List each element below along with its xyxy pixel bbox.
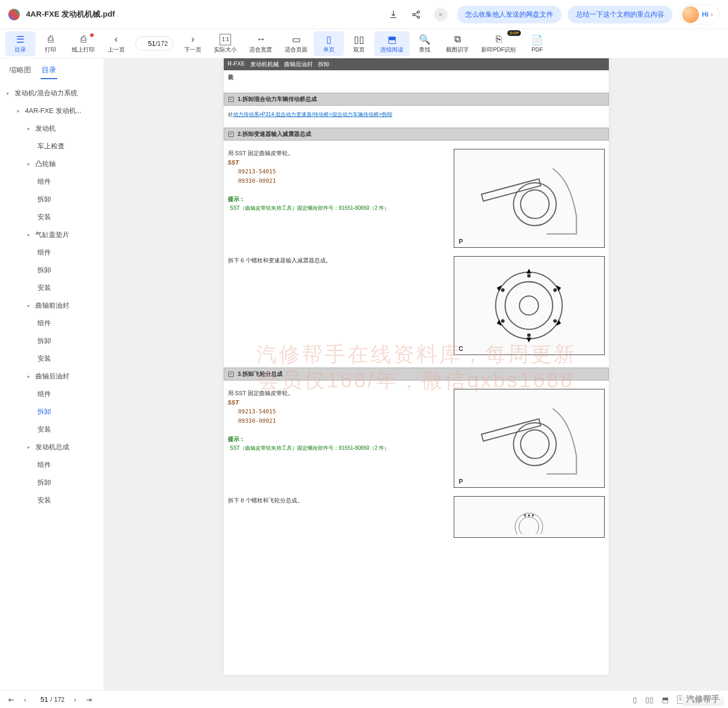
toc-item[interactable]: 组件 xyxy=(0,314,104,332)
svg-point-3 xyxy=(514,183,556,225)
figure-c: C xyxy=(454,256,605,355)
next-page-footer-button[interactable]: › xyxy=(74,696,76,704)
toc-item[interactable]: ▾发动机总成 xyxy=(0,438,104,456)
toc-icon: ☰ xyxy=(16,34,24,45)
suggestion-pill-2[interactable]: 总结一下这个文档的重点内容 xyxy=(568,6,672,23)
net-print-icon: ⎙ xyxy=(81,34,86,45)
toc-item-label: 拆卸 xyxy=(37,266,51,275)
toc-item[interactable]: 车上检查 xyxy=(0,137,104,155)
toc-item[interactable]: 安装 xyxy=(0,491,104,509)
toc-item[interactable]: 组件 xyxy=(0,173,104,191)
section-3b: 拆下 8 个螺栓和飞轮分总成。 xyxy=(224,492,609,542)
last-page-button[interactable]: ⇥ xyxy=(86,696,92,704)
toc-item[interactable]: ▾气缸盖垫片 xyxy=(0,226,104,244)
toc-item[interactable]: 安装 xyxy=(0,421,104,438)
double-page-button[interactable]: ▯▯双页 xyxy=(344,31,374,56)
chevron-right-icon: › xyxy=(711,10,713,18)
search-icon: 🔍 xyxy=(419,34,430,45)
caret-down-icon: ▾ xyxy=(27,232,32,237)
toc-item-label: 4AR-FXE 发动机... xyxy=(25,106,81,116)
view-continuous-icon[interactable]: ⬒ xyxy=(662,696,669,704)
share-icon xyxy=(411,9,422,20)
footer-page-field[interactable] xyxy=(36,696,48,703)
toc-item-label: 安装 xyxy=(37,354,51,363)
footer-logo: 汽修帮手 xyxy=(682,693,724,706)
toc-item-label: 气缸盖垫片 xyxy=(35,230,69,239)
continuous-button[interactable]: ⬒连续阅读 xyxy=(374,31,410,56)
toc-item[interactable]: ▾发动机/混合动力系统 xyxy=(0,84,104,102)
toc-item[interactable]: 安装 xyxy=(0,279,104,297)
prev-page-button[interactable]: ‹上一页 xyxy=(101,31,131,56)
print-button[interactable]: ⎙打印 xyxy=(35,31,66,56)
toc-item[interactable]: 安装 xyxy=(0,350,104,368)
pdf-ocr-icon: ⎘ xyxy=(496,34,502,45)
tab-thumbnails[interactable]: 缩略图 xyxy=(8,62,32,79)
toc-item[interactable]: ▾曲轴后油封 xyxy=(0,368,104,385)
suggestion-pill-1[interactable]: 怎么收集他人发送的网盘文件 xyxy=(457,6,561,23)
collapse-icon: − xyxy=(228,372,234,377)
caret-down-icon: ▾ xyxy=(17,108,22,113)
tab-toc[interactable]: 目录 xyxy=(41,62,57,79)
chevron-right-icon: › xyxy=(191,34,194,45)
pdf-edge-button[interactable]: 📄PDF xyxy=(522,31,552,56)
page-input[interactable] xyxy=(141,40,156,47)
view-single-icon[interactable]: ▯ xyxy=(633,696,637,704)
footer-page-input[interactable]: / 172 xyxy=(36,696,65,703)
app-logo-icon xyxy=(8,9,20,20)
caret-down-icon: ▾ xyxy=(27,445,32,450)
pdf-ocr-button[interactable]: SVIP⎘影印PDF识别 xyxy=(475,31,522,56)
fit-width-button[interactable]: ↔适合宽度 xyxy=(243,31,278,56)
toc-tree[interactable]: ▾发动机/混合动力系统▾4AR-FXE 发动机...▾发动机车上检查▾凸轮轴组件… xyxy=(0,79,104,690)
svg-marker-28 xyxy=(532,514,534,517)
toc-item-label: 曲轴后油封 xyxy=(35,372,69,381)
toc-item[interactable]: 拆卸 xyxy=(0,191,104,208)
toc-item[interactable]: 安装 xyxy=(0,208,104,226)
toc-item[interactable]: 拆卸 xyxy=(0,403,104,421)
breadcrumb-link[interactable]: 动力传动系>P314 混合动力变速器/传动桥>混合动力车辆传动桥>拆卸 xyxy=(233,111,392,117)
toc-item-label: 安装 xyxy=(37,212,51,222)
net-print-button[interactable]: ⎙线上打印 xyxy=(66,31,101,56)
content-area[interactable]: R-FXE 发动机机械 曲轴后油封 拆卸 装 −1.拆卸混合动力车辆传动桥总成 … xyxy=(104,58,728,690)
section-2a: 用 SST 固定曲轴皮带轮。 SST 09213-54015 09330-000… xyxy=(224,145,609,252)
page-input-box[interactable]: / 172 xyxy=(135,36,173,50)
toc-item[interactable]: ▾凸轮轴 xyxy=(0,155,104,173)
toc-item[interactable]: 组件 xyxy=(0,385,104,403)
fit-page-button[interactable]: ▭适合页面 xyxy=(278,31,314,56)
toc-item[interactable]: ▾曲轴前油封 xyxy=(0,297,104,314)
assistant-button[interactable]: Hi › xyxy=(680,5,720,24)
svg-point-11 xyxy=(553,319,557,323)
section-2b: 拆下 6 个螺栓和变速器输入减震器总成。 C xyxy=(224,252,609,359)
ocr-button[interactable]: ⧉截图识字 xyxy=(440,31,475,56)
share-button[interactable] xyxy=(407,5,426,24)
view-double-icon[interactable]: ▯▯ xyxy=(645,696,654,704)
next-page-button[interactable]: ›下一页 xyxy=(177,31,208,56)
prev-page-footer-button[interactable]: ‹ xyxy=(24,696,27,704)
fit-page-icon: ▭ xyxy=(292,34,301,45)
print-icon: ⎙ xyxy=(48,34,54,45)
toc-item-label: 组件 xyxy=(37,389,51,399)
download-button[interactable] xyxy=(384,5,403,24)
close-suggestions-button[interactable]: × xyxy=(434,8,448,21)
mechanical-diagram-icon xyxy=(465,500,593,534)
toc-button[interactable]: ☰目录 xyxy=(5,31,35,56)
find-button[interactable]: 🔍查找 xyxy=(410,31,440,56)
toc-item[interactable]: ▾4AR-FXE 发动机... xyxy=(0,102,104,120)
actual-size-button[interactable]: 1:1实际大小 xyxy=(208,31,243,56)
toc-item[interactable]: 拆卸 xyxy=(0,261,104,279)
figure-p1: P xyxy=(454,149,605,248)
toc-item-label: 组件 xyxy=(37,460,51,470)
footer-bar: ⇤ ‹ / 172 › ⇥ ▯ ▯▯ ⬒ 1:1 ↔ ▭ 汽修帮手 xyxy=(0,690,728,708)
single-page-button[interactable]: ▯单页 xyxy=(314,31,344,56)
toc-item-label: 拆卸 xyxy=(37,478,51,487)
toc-item[interactable]: 组件 xyxy=(0,244,104,261)
fit-width-icon: ↔ xyxy=(256,34,265,45)
toc-item[interactable]: 组件 xyxy=(0,456,104,474)
toc-item[interactable]: ▾发动机 xyxy=(0,120,104,137)
toc-item[interactable]: 拆卸 xyxy=(0,332,104,350)
toc-item-label: 发动机/混合动力系统 xyxy=(15,88,78,98)
toc-item-label: 拆卸 xyxy=(37,195,51,204)
figure-bottom xyxy=(454,496,605,538)
avatar-icon xyxy=(682,6,699,23)
first-page-button[interactable]: ⇤ xyxy=(8,696,15,704)
toc-item[interactable]: 拆卸 xyxy=(0,474,104,491)
